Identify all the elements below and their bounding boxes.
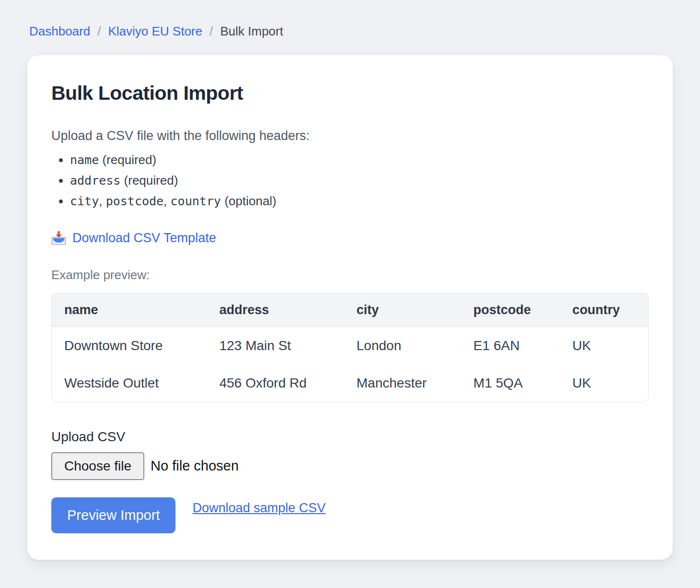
table-cell: M1 5QA xyxy=(461,365,560,402)
requirements-list: name (required)address (required)city, p… xyxy=(51,153,649,209)
preview-import-button[interactable]: Preview Import xyxy=(51,497,175,533)
file-chosen-status: No file chosen xyxy=(151,458,239,474)
column-header-city: city xyxy=(344,294,461,327)
page: Dashboard/Klaviyo EU Store/Bulk Import B… xyxy=(0,0,700,560)
requirement-item: address (required) xyxy=(70,174,649,188)
actions-row: Preview Import Download sample CSV xyxy=(51,497,649,533)
breadcrumb-separator: / xyxy=(97,24,101,38)
inbox-tray-download-icon xyxy=(51,231,66,246)
field-code: name xyxy=(70,153,99,167)
breadcrumb-item-dashboard[interactable]: Dashboard xyxy=(29,24,90,38)
table-cell: UK xyxy=(560,365,648,402)
column-header-country: country xyxy=(560,294,648,327)
download-csv-template-link[interactable]: Download CSV Template xyxy=(72,231,216,246)
table-cell: UK xyxy=(560,327,648,365)
example-preview-label: Example preview: xyxy=(51,268,649,282)
example-preview-table: nameaddresscitypostcodecountry Downtown … xyxy=(51,293,649,402)
table-header-row: nameaddresscitypostcodecountry xyxy=(52,294,648,327)
field-code: postcode xyxy=(106,194,163,208)
table-row: Westside Outlet456 Oxford RdManchesterM1… xyxy=(52,365,648,402)
file-input: Choose file No file chosen xyxy=(51,452,649,480)
table-row: Downtown Store123 Main StLondonE1 6ANUK xyxy=(52,327,648,365)
download-template-row: Download CSV Template xyxy=(51,231,649,246)
breadcrumb-item-bulk-import: Bulk Import xyxy=(220,24,283,38)
table-cell: Downtown Store xyxy=(52,327,207,365)
field-code: country xyxy=(171,194,221,208)
upload-csv-label: Upload CSV xyxy=(51,429,649,445)
table-cell: Manchester xyxy=(344,365,461,402)
choose-file-button[interactable]: Choose file xyxy=(51,452,144,480)
column-header-address: address xyxy=(207,294,344,327)
table-cell: Westside Outlet xyxy=(52,365,207,402)
breadcrumb-separator: / xyxy=(210,24,213,38)
download-sample-csv-link[interactable]: Download sample CSV xyxy=(192,501,326,516)
breadcrumb-item-klaviyo-eu-store[interactable]: Klaviyo EU Store xyxy=(108,24,202,38)
field-code: city xyxy=(70,194,99,208)
intro-text: Upload a CSV file with the following hea… xyxy=(51,129,649,143)
table-cell: E1 6AN xyxy=(461,327,560,365)
requirement-item: city, postcode, country (optional) xyxy=(70,194,649,209)
table-body: Downtown Store123 Main StLondonE1 6ANUKW… xyxy=(52,327,648,402)
table-cell: 123 Main St xyxy=(207,327,344,365)
table-cell: 456 Oxford Rd xyxy=(207,365,344,402)
column-header-name: name xyxy=(52,294,207,327)
breadcrumb: Dashboard/Klaviyo EU Store/Bulk Import xyxy=(29,24,673,39)
bulk-import-card: Bulk Location Import Upload a CSV file w… xyxy=(27,55,673,560)
page-title: Bulk Location Import xyxy=(51,82,649,105)
column-header-postcode: postcode xyxy=(461,294,560,327)
table-cell: London xyxy=(344,327,461,365)
requirement-item: name (required) xyxy=(70,153,649,167)
field-code: address xyxy=(70,174,120,188)
